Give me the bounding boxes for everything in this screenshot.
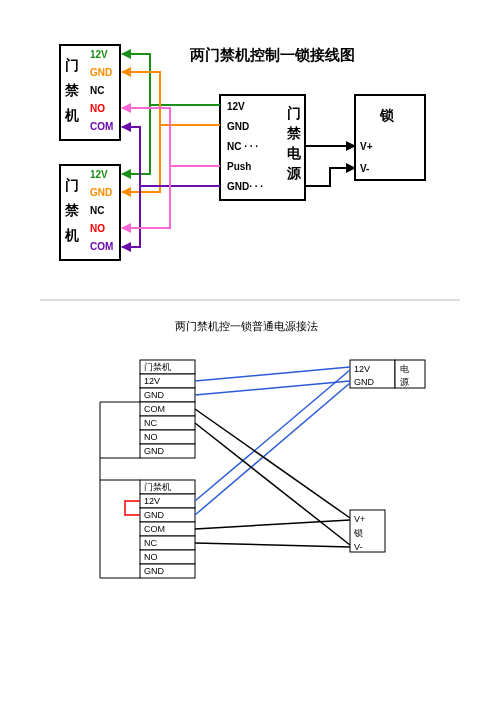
psu-12v: 12V: [227, 101, 245, 112]
a2-pin-nc: NC: [90, 205, 104, 216]
svg-text:NO: NO: [144, 432, 158, 442]
a1-pin-gnd: GND: [90, 67, 112, 78]
a2-pin-no: NO: [90, 223, 105, 234]
d2-access1: 门禁机 12V GND COM NC NO GND: [140, 360, 195, 458]
psu-nc: NC · · ·: [227, 141, 258, 152]
svg-text:门禁机: 门禁机: [144, 362, 171, 372]
a1-pin-nc: NC: [90, 85, 104, 96]
svg-text:NC: NC: [144, 418, 157, 428]
a2-label-1: 门: [65, 177, 79, 193]
svg-text:V-: V-: [354, 542, 363, 552]
diagram2: 两门禁机控一锁普通电源接法 门禁机 12V GND COM NC NO GND …: [100, 320, 425, 578]
d1-title: 两门禁机控制一锁接线图: [189, 46, 355, 63]
a2-pin-12v: 12V: [90, 169, 108, 180]
svg-text:COM: COM: [144, 404, 165, 414]
a1-pin-12v: 12V: [90, 49, 108, 60]
a1-pin-no: NO: [90, 103, 105, 114]
svg-text:GND: GND: [144, 446, 165, 456]
svg-text:门禁机: 门禁机: [144, 482, 171, 492]
access-controller-1: 门 禁 机 12V GND NC NO COM: [60, 45, 120, 140]
svg-text:12V: 12V: [144, 496, 160, 506]
lock-box: 锁 V+ V-: [355, 95, 425, 180]
svg-text:COM: COM: [144, 524, 165, 534]
svg-text:GND: GND: [354, 377, 375, 387]
d2-frame: [100, 402, 140, 578]
psu-l4: 源: [286, 165, 302, 181]
access-controller-2: 门 禁 机 12V GND NC NO COM: [60, 165, 120, 260]
a1-pin-com: COM: [90, 121, 113, 132]
psu-push: Push: [227, 161, 251, 172]
psu-l3: 电: [287, 145, 302, 161]
svg-text:V+: V+: [354, 514, 365, 524]
svg-text:源: 源: [400, 377, 409, 387]
lock-vplus: V+: [360, 141, 373, 152]
svg-text:12V: 12V: [144, 376, 160, 386]
svg-text:GND: GND: [144, 566, 165, 576]
svg-text:12V: 12V: [354, 364, 370, 374]
svg-text:NO: NO: [144, 552, 158, 562]
svg-text:GND: GND: [144, 390, 165, 400]
psu-gnd: GND: [227, 121, 249, 132]
svg-text:GND: GND: [144, 510, 165, 520]
psu-l1: 门: [287, 105, 301, 121]
d2-psu: 12V GND 电 源: [350, 360, 425, 388]
lock-vminus: V-: [360, 163, 369, 174]
diagram1: 两门禁机控制一锁接线图 门 禁 机 12V GND NC NO COM 门 禁 …: [60, 45, 425, 260]
d2-lock: V+ 锁 V-: [350, 510, 385, 552]
psu-box: 门 禁 电 源 12V GND NC · · · Push GND· · ·: [220, 95, 305, 200]
svg-text:锁: 锁: [353, 528, 363, 538]
a2-pin-gnd: GND: [90, 187, 112, 198]
svg-text:电: 电: [400, 364, 409, 374]
psu-l2: 禁: [286, 125, 302, 141]
a1-label-1: 门: [65, 57, 79, 73]
a2-pin-com: COM: [90, 241, 113, 252]
svg-text:NC: NC: [144, 538, 157, 548]
a1-label-2: 禁: [64, 82, 80, 98]
psu-gnd2: GND· · ·: [227, 181, 263, 192]
d2-access2: 门禁机 12V GND COM NC NO GND: [140, 480, 195, 578]
a2-label-3: 机: [64, 227, 79, 243]
a1-label-3: 机: [64, 107, 79, 123]
lock-label: 锁: [379, 107, 394, 123]
a2-label-2: 禁: [64, 202, 80, 218]
d2-title: 两门禁机控一锁普通电源接法: [175, 320, 318, 332]
